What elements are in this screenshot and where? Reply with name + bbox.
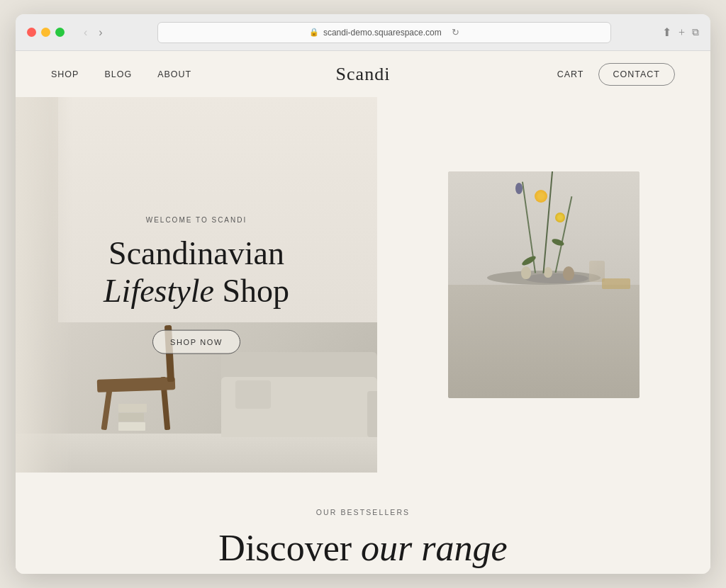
browser-controls: ‹ › — [80, 25, 106, 40]
hero-text: WELCOME TO SCANDI Scandinavian Lifestyle… — [104, 216, 289, 354]
books-stack — [118, 404, 147, 431]
table-surface — [448, 285, 640, 398]
back-button[interactable]: ‹ — [80, 25, 91, 40]
browser-actions: ⬆ + ⧉ — [662, 26, 699, 39]
navigation: SHOP BLOG ABOUT Scandi CART CONTACT — [16, 51, 710, 97]
hero-right — [377, 97, 710, 473]
cart-button[interactable]: CART — [557, 69, 584, 79]
share-icon[interactable]: ⬆ — [662, 26, 671, 39]
flower-head — [535, 190, 547, 203]
discover-title: Discover our range — [16, 528, 710, 568]
bestsellers-section: OUR BESTSELLERS Discover our range — [16, 473, 710, 568]
nav-left: SHOP BLOG ABOUT — [51, 69, 191, 79]
plate-small — [525, 273, 588, 283]
hero-image-left: WELCOME TO SCANDI Scandinavian Lifestyle… — [16, 97, 377, 473]
nav-blog[interactable]: BLOG — [104, 69, 132, 79]
forward-button[interactable]: › — [95, 25, 106, 40]
flower-stem — [543, 171, 554, 273]
maximize-button[interactable] — [55, 28, 65, 37]
contact-button[interactable]: CONTACT — [598, 63, 676, 86]
minimize-button[interactable] — [41, 28, 50, 37]
nav-right: CART CONTACT — [557, 63, 675, 86]
hero-subtitle: WELCOME TO SCANDI — [104, 216, 289, 224]
add-tab-icon[interactable]: + — [678, 26, 685, 39]
woven-mat — [602, 278, 630, 289]
egg — [563, 266, 574, 281]
book — [118, 404, 147, 412]
book — [118, 413, 144, 422]
egg — [521, 266, 531, 279]
flower-head — [515, 183, 523, 194]
chair-seat — [97, 377, 176, 392]
floral-scene — [448, 171, 640, 398]
nav-about[interactable]: ABOUT — [157, 69, 191, 79]
book — [118, 422, 145, 431]
flower-stem — [555, 196, 572, 273]
couch-arm — [367, 391, 377, 437]
hero-curtain — [16, 97, 72, 473]
close-button[interactable] — [27, 28, 36, 37]
egg — [544, 267, 552, 278]
browser-chrome: ‹ › 🔒 scandi-demo.squarespace.com ↻ ⬆ + … — [16, 14, 710, 51]
address-bar[interactable]: 🔒 scandi-demo.squarespace.com ↻ — [157, 22, 611, 43]
traffic-lights — [27, 28, 65, 37]
flower-head — [555, 213, 565, 222]
website: SHOP BLOG ABOUT Scandi CART CONTACT — [16, 51, 710, 574]
browser-window: ‹ › 🔒 scandi-demo.squarespace.com ↻ ⬆ + … — [16, 14, 710, 574]
floral-image — [448, 171, 640, 398]
hero-title: Scandinavian Lifestyle Shop — [104, 235, 289, 310]
hero-title-italic: Lifestyle — [104, 273, 214, 309]
nav-shop[interactable]: SHOP — [51, 69, 79, 79]
shop-now-button[interactable]: SHOP NOW — [152, 329, 240, 354]
hero-section: WELCOME TO SCANDI Scandinavian Lifestyle… — [16, 97, 710, 473]
brand-logo[interactable]: Scandi — [335, 64, 390, 85]
couch-pillow — [235, 380, 271, 409]
url-text: scandi-demo.squarespace.com — [323, 28, 442, 38]
hero-couch — [221, 352, 377, 437]
hero-title-part1: Scandinavian — [108, 235, 284, 271]
refresh-icon[interactable]: ↻ — [452, 27, 459, 38]
lock-icon: 🔒 — [309, 28, 319, 37]
bestsellers-label: OUR BESTSELLERS — [16, 508, 710, 516]
duplicate-tab-icon[interactable]: ⧉ — [692, 27, 699, 38]
